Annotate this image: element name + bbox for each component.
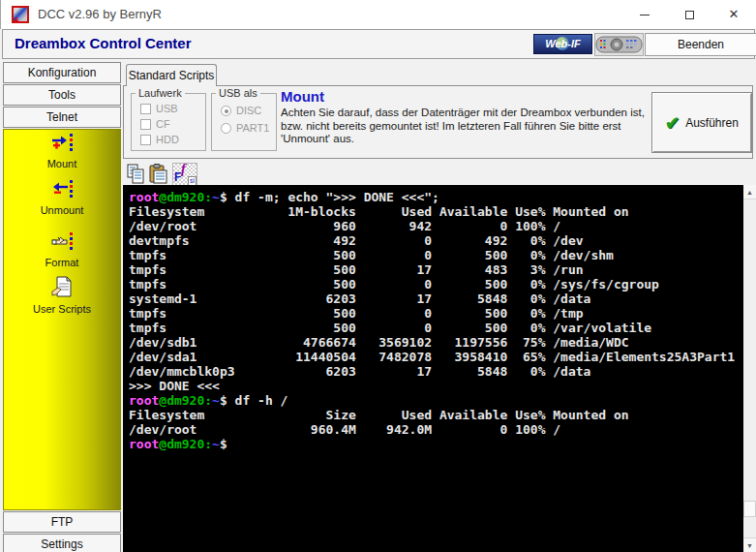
telnet-item-label: Format: [4, 257, 120, 268]
telnet-item-user-scripts[interactable]: User Scripts: [4, 276, 120, 315]
sidebar-item-tools[interactable]: Tools: [3, 84, 121, 106]
sidebar-item-konfiguration[interactable]: Konfiguration: [3, 62, 121, 83]
user-scripts-icon: [51, 276, 73, 297]
sidebar-item-ftp[interactable]: FTP: [3, 511, 121, 533]
radio-icon: [221, 106, 231, 116]
telnet-item-label: Mount: [4, 158, 120, 169]
font-settings-icon[interactable]: fFsi: [172, 163, 197, 187]
radio-disc[interactable]: DISC: [221, 105, 261, 116]
title-bar: A DCC v2.96 by BernyR ✕: [0, 0, 756, 29]
window-title: DCC v2.96 by BernyR: [38, 7, 162, 21]
telnet-panel: Mount Unmount Format User Script: [3, 129, 121, 510]
remote-control-button[interactable]: [594, 33, 644, 56]
checkbox-icon: [140, 135, 151, 145]
ausfuehren-button[interactable]: ✔ Ausführen: [651, 92, 752, 153]
maximize-button[interactable]: [667, 0, 711, 29]
scrollbar-thumb[interactable]: [743, 501, 756, 517]
checkbox-usb[interactable]: USB: [140, 103, 178, 114]
webif-button[interactable]: Web-IF: [533, 34, 592, 54]
beenden-button[interactable]: Beenden: [645, 33, 756, 56]
telnet-item-label: Unmount: [4, 204, 120, 216]
terminal-output[interactable]: root@dm920:~$ df -m; echo ">>> DONE <<<"…: [123, 185, 756, 552]
radio-part1[interactable]: PART1: [221, 122, 269, 134]
laufwerk-group-label: Laufwerk: [136, 87, 185, 99]
format-icon: [50, 231, 74, 251]
close-button[interactable]: ✕: [711, 0, 756, 29]
checkbox-cf[interactable]: CF: [140, 118, 170, 130]
sidebar-item-settings[interactable]: Settings: [3, 534, 121, 552]
telnet-item-mount[interactable]: Mount: [4, 133, 120, 169]
check-icon: ✔: [665, 114, 680, 132]
tab-standard-scripts[interactable]: Standard Scripts: [126, 64, 217, 86]
checkbox-hdd[interactable]: HDD: [140, 134, 179, 145]
laufwerk-group: Laufwerk USB CF HDD: [131, 93, 206, 151]
telnet-item-format[interactable]: Format: [4, 231, 120, 268]
standard-scripts-panel: Laufwerk USB CF HDD USB als DISC PART1 M…: [123, 85, 753, 159]
unmount-icon: [50, 179, 74, 199]
scroll-down-icon[interactable]: ▼: [743, 537, 756, 552]
radio-icon: [221, 123, 231, 134]
action-title: Mount: [281, 88, 324, 105]
telnet-item-label: User Scripts: [4, 303, 120, 315]
checkbox-icon: [140, 104, 151, 114]
header-bar: Dreambox Control Center Web-IF Beenden: [2, 29, 755, 59]
checkbox-icon: [140, 119, 151, 130]
app-title: Dreambox Control Center: [15, 35, 192, 51]
app-icon: A: [12, 6, 29, 23]
scroll-up-icon[interactable]: ▲: [743, 185, 756, 199]
terminal-scrollbar[interactable]: ▲ ▼: [743, 185, 756, 552]
action-description: Achten Sie darauf, dass der Datenträger …: [281, 107, 645, 146]
remote-control-icon: [595, 34, 643, 55]
telnet-item-unmount[interactable]: Unmount: [4, 179, 120, 216]
usb-als-group-label: USB als: [216, 87, 260, 99]
usb-als-group: USB als DISC PART1: [211, 93, 277, 151]
sidebar-item-telnet[interactable]: Telnet: [3, 107, 121, 128]
mount-icon: [50, 133, 74, 152]
minimize-button[interactable]: [622, 0, 667, 29]
